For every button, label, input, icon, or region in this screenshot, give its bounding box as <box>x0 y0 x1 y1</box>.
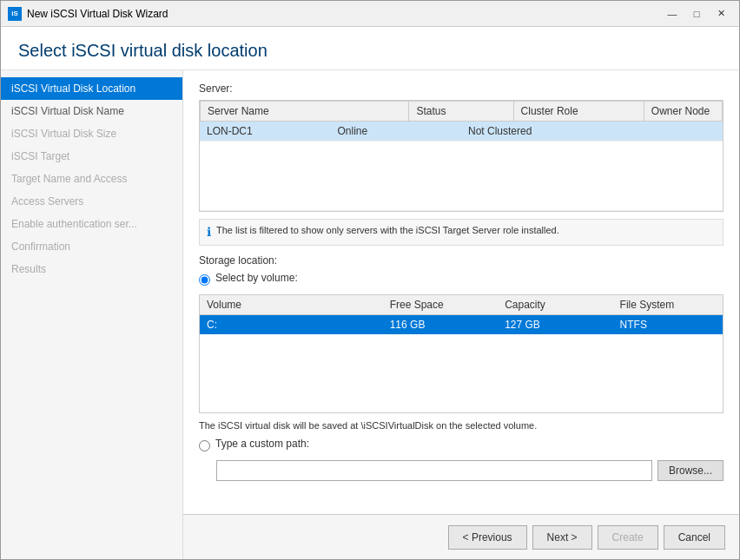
volume-table-wrapper: Volume Free Space Capacity File System C… <box>199 294 723 413</box>
main-content: iSCSI Virtual Disk Location iSCSI Virtua… <box>1 70 739 559</box>
previous-button[interactable]: < Previous <box>448 525 527 550</box>
server-label: Server: <box>199 82 723 95</box>
minimize-button[interactable]: — <box>661 5 684 23</box>
storage-label: Storage location: <box>199 254 723 267</box>
nav-item-confirmation: Confirmation <box>1 235 182 258</box>
vol-col-fs: File System <box>613 295 723 315</box>
server-name-cell: LON-DC1 <box>200 122 331 142</box>
window-controls: — □ ✕ <box>661 5 732 23</box>
server-owner-cell <box>592 122 723 142</box>
app-icon: iS <box>8 7 22 21</box>
left-nav-panel: iSCSI Virtual Disk Location iSCSI Virtua… <box>1 70 183 559</box>
right-panel: Server: Server Name Status Cluster Role … <box>183 70 739 559</box>
storage-section: Storage location: Select by volume: Volu… <box>199 254 723 481</box>
browse-button[interactable]: Browse... <box>657 460 723 481</box>
titlebar: iS New iSCSI Virtual Disk Wizard — □ ✕ <box>1 1 739 27</box>
page-title: Select iSCSI virtual disk location <box>18 41 722 61</box>
volume-table: Volume Free Space Capacity File System C… <box>200 295 723 412</box>
nav-item-disk-size: iSCSI Virtual Disk Size <box>1 122 182 145</box>
info-text: The list is filtered to show only server… <box>216 225 559 235</box>
server-col-name: Server Name <box>201 102 409 122</box>
next-button[interactable]: Next > <box>532 525 592 550</box>
create-button: Create <box>598 525 658 550</box>
vol-col-free: Free Space <box>383 295 498 315</box>
server-col-owner: Owner Node <box>644 102 722 122</box>
select-by-volume-radio-row[interactable]: Select by volume: <box>199 272 723 289</box>
nav-item-access-servers: Access Servers <box>1 190 182 213</box>
table-row[interactable]: C: 116 GB 127 GB NTFS <box>200 314 723 334</box>
server-table: Server Name Status Cluster Role Owner No… <box>199 100 723 212</box>
vol-col-capacity: Capacity <box>498 295 612 315</box>
nav-item-target-name-access: Target Name and Access <box>1 168 182 190</box>
vol-free-cell: 116 GB <box>383 314 498 334</box>
nav-item-disk-name[interactable]: iSCSI Virtual Disk Name <box>1 100 182 122</box>
select-by-volume-radio[interactable] <box>199 274 210 286</box>
server-col-cluster: Cluster Role <box>513 102 644 122</box>
custom-path-radio[interactable] <box>199 440 210 451</box>
info-icon: ℹ <box>207 225 211 240</box>
close-button[interactable]: ✕ <box>710 5 732 23</box>
path-input-row: Browse... <box>199 460 723 481</box>
info-box: ℹ The list is filtered to show only serv… <box>199 219 723 246</box>
custom-path-input[interactable] <box>216 460 652 481</box>
nav-item-iscsi-target: iSCSI Target <box>1 145 182 168</box>
nav-item-disk-location[interactable]: iSCSI Virtual Disk Location <box>1 77 182 100</box>
window-title: New iSCSI Virtual Disk Wizard <box>27 8 661 20</box>
custom-path-radio-row[interactable]: Type a custom path: <box>199 438 723 455</box>
cancel-button[interactable]: Cancel <box>664 525 725 550</box>
select-by-volume-label[interactable]: Select by volume: <box>215 272 298 284</box>
page-header: Select iSCSI virtual disk location <box>1 27 739 70</box>
save-info-text: The iSCSI virtual disk will be saved at … <box>199 420 723 431</box>
vol-col-volume: Volume <box>200 295 383 315</box>
maximize-button[interactable]: □ <box>685 5 708 23</box>
vol-name-cell: C: <box>200 314 383 334</box>
content-area: Server: Server Name Status Cluster Role … <box>183 70 739 514</box>
footer: < Previous Next > Create Cancel <box>183 514 739 559</box>
nav-item-enable-auth: Enable authentication ser... <box>1 213 182 235</box>
custom-path-label[interactable]: Type a custom path: <box>215 438 309 450</box>
table-row[interactable]: LON-DC1 Online Not Clustered <box>200 122 723 142</box>
vol-fs-cell: NTFS <box>613 314 723 334</box>
wizard-window: iS New iSCSI Virtual Disk Wizard — □ ✕ S… <box>0 0 740 560</box>
server-status-cell: Online <box>331 122 462 142</box>
nav-item-results: Results <box>1 258 182 280</box>
server-cluster-cell: Not Clustered <box>461 122 592 142</box>
vol-capacity-cell: 127 GB <box>498 314 612 334</box>
server-col-status: Status <box>409 102 513 122</box>
